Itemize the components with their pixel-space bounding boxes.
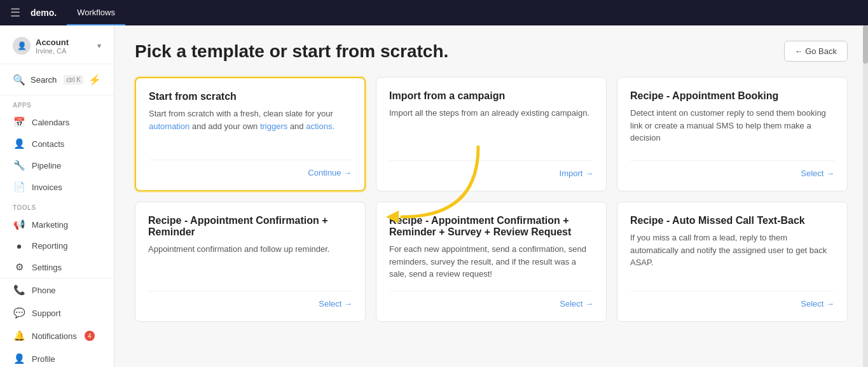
- sidebar-item-support[interactable]: 💬 Support: [0, 301, 114, 324]
- sidebar-item-invoices[interactable]: 📄 Invoices: [0, 176, 114, 198]
- phone-icon: 📞: [13, 284, 25, 296]
- search-alt-icon: ⚡: [88, 74, 101, 86]
- sidebar-item-calendars[interactable]: 📅 Calendars: [0, 111, 114, 133]
- profile-icon: 👤: [13, 353, 25, 364]
- card-action: Import →: [389, 160, 593, 178]
- top-nav: ☰ demo. Workflows: [0, 0, 868, 25]
- account-name: Account: [36, 38, 92, 47]
- sidebar-item-reporting[interactable]: ● Reporting: [0, 235, 114, 256]
- calendar-icon: 📅: [13, 116, 25, 128]
- sidebar-item-notifications-label: Notifications: [32, 331, 77, 341]
- card-desc: Appointment confirmation and follow up r…: [148, 243, 352, 280]
- settings-icon: ⚙: [13, 261, 25, 273]
- sidebar-item-marketing-label: Marketing: [32, 220, 68, 230]
- hamburger-icon[interactable]: ☰: [10, 6, 20, 20]
- card-action: Select →: [148, 291, 352, 308]
- search-label: Search: [31, 75, 59, 85]
- import-link[interactable]: Import →: [560, 169, 593, 178]
- card-title: Recipe - Auto Missed Call Text-Back: [630, 215, 834, 226]
- search-trigger[interactable]: 🔍 Search ctrl K ⚡: [8, 69, 106, 90]
- reporting-icon: ●: [13, 240, 25, 251]
- sidebar-item-calendars-label: Calendars: [32, 118, 69, 127]
- sidebar-item-contacts-label: Contacts: [32, 139, 64, 149]
- account-sub: Irvine, CA: [36, 47, 92, 55]
- search-icon: 🔍: [13, 73, 25, 86]
- marketing-icon: 📢: [13, 219, 25, 230]
- card-desc: For each new appointment, send a confirm…: [389, 243, 593, 280]
- select-link[interactable]: Select →: [560, 299, 593, 308]
- card-desc: Import all the steps from an already exi…: [389, 107, 593, 150]
- card-appt-confirmation-reminder[interactable]: Recipe - Appointment Confirmation + Remi…: [135, 202, 366, 322]
- avatar: 👤: [13, 37, 31, 55]
- content-area: Pick a template or start from scratch. ←…: [114, 25, 868, 367]
- go-back-button[interactable]: ← Go Back: [784, 41, 848, 62]
- select-link[interactable]: Select →: [801, 299, 834, 308]
- tools-section-label: Tools: [0, 198, 114, 214]
- sidebar-item-marketing[interactable]: 📢 Marketing: [0, 214, 114, 235]
- card-action: Select →: [630, 160, 834, 178]
- sidebar-item-profile[interactable]: 👤 Profile: [0, 347, 114, 367]
- sidebar-item-pipeline[interactable]: 🔧 Pipeline: [0, 155, 114, 176]
- pipeline-icon: 🔧: [13, 160, 25, 171]
- card-desc: Start from scratch with a fresh, clean s…: [149, 107, 352, 149]
- card-action: Continue →: [149, 160, 352, 177]
- sidebar-search-section: 🔍 Search ctrl K ⚡: [0, 64, 114, 95]
- card-title: Recipe - Appointment Booking: [630, 90, 834, 102]
- sidebar-item-pipeline-label: Pipeline: [32, 161, 61, 170]
- card-import-from-campaign[interactable]: Import from a campaign Import all the st…: [376, 77, 607, 191]
- card-title: Import from a campaign: [389, 90, 593, 102]
- account-selector[interactable]: 👤 Account Irvine, CA ▾: [8, 33, 106, 59]
- main-layout: 👤 Account Irvine, CA ▾ 🔍 Search ctrl K ⚡…: [0, 25, 868, 367]
- logo: demo.: [31, 8, 57, 18]
- card-start-from-scratch[interactable]: Start from scratch Start from scratch wi…: [135, 77, 366, 191]
- content-header: Pick a template or start from scratch. ←…: [135, 41, 848, 62]
- apps-section-label: Apps: [0, 95, 114, 111]
- cards-grid: Start from scratch Start from scratch wi…: [135, 77, 848, 322]
- sidebar-item-reporting-label: Reporting: [32, 241, 67, 251]
- card-auto-missed-call[interactable]: Recipe - Auto Missed Call Text-Back If y…: [617, 202, 848, 322]
- sidebar-account-section: 👤 Account Irvine, CA ▾: [0, 25, 114, 64]
- sidebar-item-phone[interactable]: 📞 Phone: [0, 279, 114, 301]
- sidebar: 👤 Account Irvine, CA ▾ 🔍 Search ctrl K ⚡…: [0, 25, 114, 367]
- chevron-down-icon: ▾: [97, 41, 101, 50]
- card-appointment-booking[interactable]: Recipe - Appointment Booking Detect inte…: [617, 77, 848, 191]
- page-title: Pick a template or start from scratch.: [135, 41, 448, 62]
- card-title: Recipe - Appointment Confirmation + Remi…: [148, 215, 352, 238]
- sidebar-item-support-label: Support: [32, 308, 61, 318]
- card-title: Recipe - Appointment Confirmation + Remi…: [389, 215, 593, 238]
- invoices-icon: 📄: [13, 181, 25, 193]
- top-nav-tabs: Workflows: [67, 0, 125, 25]
- notifications-icon: 🔔: [13, 330, 25, 342]
- card-desc: If you miss a call from a lead, reply to…: [630, 232, 834, 280]
- scrollbar[interactable]: [863, 25, 868, 367]
- support-icon: 💬: [13, 307, 25, 319]
- sidebar-item-profile-label: Profile: [32, 354, 55, 364]
- card-action: Select →: [630, 291, 834, 308]
- card-action: Select →: [389, 291, 593, 308]
- scroll-thumb[interactable]: [863, 25, 868, 64]
- notification-badge: 4: [85, 331, 95, 341]
- sidebar-item-notifications[interactable]: 🔔 Notifications 4: [0, 324, 114, 347]
- sidebar-item-phone-label: Phone: [32, 286, 56, 295]
- search-shortcut: ctrl K: [64, 75, 83, 85]
- sidebar-bottom: 📞 Phone 💬 Support 🔔 Notifications 4 👤 Pr…: [0, 278, 114, 367]
- sidebar-item-invoices-label: Invoices: [32, 183, 62, 192]
- contacts-icon: 👤: [13, 138, 25, 149]
- tab-workflows[interactable]: Workflows: [67, 0, 125, 25]
- continue-link[interactable]: Continue →: [308, 168, 352, 177]
- sidebar-item-settings[interactable]: ⚙ Settings: [0, 256, 114, 278]
- select-link[interactable]: Select →: [801, 169, 834, 178]
- sidebar-item-settings-label: Settings: [32, 263, 62, 272]
- card-title: Start from scratch: [149, 91, 352, 102]
- sidebar-item-contacts[interactable]: 👤 Contacts: [0, 133, 114, 155]
- card-appt-confirmation-survey[interactable]: Recipe - Appointment Confirmation + Remi…: [376, 202, 607, 322]
- card-desc: Detect intent on customer reply to send …: [630, 107, 834, 150]
- select-link[interactable]: Select →: [319, 299, 352, 308]
